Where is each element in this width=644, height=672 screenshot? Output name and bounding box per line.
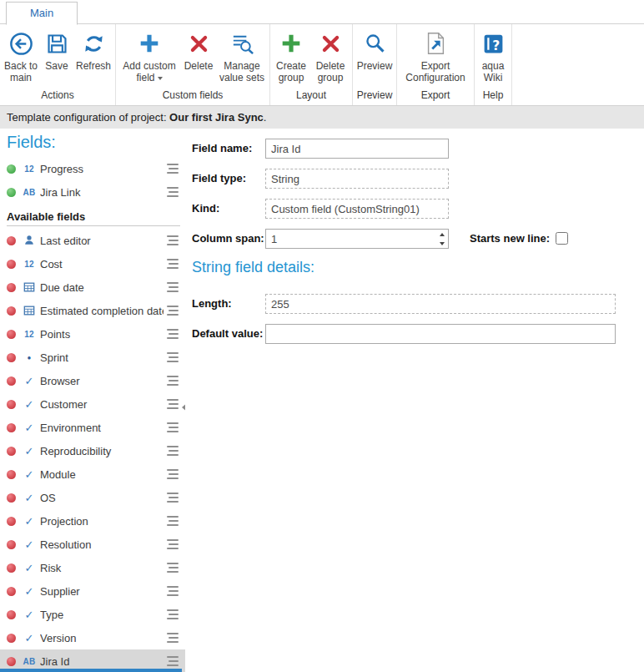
back-to-main-button[interactable]: Back to main [2, 26, 40, 83]
button-label: Add custom field [118, 60, 181, 83]
sidebar-item-resolution[interactable]: ✓ Resolution [0, 533, 185, 556]
ribbon-group-help: ? aqua Wiki Help [475, 24, 512, 105]
drag-handle-icon[interactable] [167, 493, 179, 503]
refresh-icon [79, 28, 108, 58]
sidebar-title: Fields: [0, 129, 185, 157]
check-icon: ✓ [22, 609, 37, 621]
sidebar-bottom-accent [0, 669, 182, 672]
ribbon-group-custom-fields: Add custom field Delete Manage value set… [116, 24, 270, 105]
spinner-down-button[interactable] [435, 239, 448, 248]
drag-handle-icon[interactable] [167, 376, 179, 386]
wiki-question-icon: ? [479, 28, 507, 58]
kind-input[interactable] [265, 199, 449, 219]
drag-handle-icon[interactable] [167, 516, 179, 526]
length-input[interactable] [265, 294, 616, 314]
sidebar-item-progress[interactable]: 12 Progress [0, 157, 185, 180]
drag-handle-icon[interactable] [167, 609, 179, 619]
field-label: Points [40, 328, 164, 341]
status-dot-icon [7, 353, 16, 362]
sidebar-item-os[interactable]: ✓ OS [0, 486, 185, 509]
delete-x-icon [316, 28, 345, 58]
drag-handle-icon[interactable] [167, 164, 179, 174]
field-name-input[interactable] [265, 139, 449, 159]
magnifier-icon [360, 28, 389, 58]
check-icon: ✓ [22, 375, 37, 387]
sidebar-item-browser[interactable]: ✓ Browser [0, 369, 185, 392]
drag-handle-icon[interactable] [167, 563, 179, 573]
button-label: Delete group [310, 60, 350, 83]
create-group-button[interactable]: Create group [272, 26, 310, 83]
starts-new-line-checkbox[interactable] [556, 232, 568, 245]
status-dot-icon [7, 610, 16, 619]
ribbon-group-export: Export Configuration Export [397, 24, 475, 105]
sidebar-item-module[interactable]: ✓ Module [0, 462, 185, 486]
export-configuration-button[interactable]: Export Configuration [399, 26, 472, 83]
field-label: Resolution [40, 538, 164, 551]
drag-handle-icon[interactable] [167, 469, 179, 479]
active-fields-list: 12 Progress AB Jira Link [0, 157, 185, 204]
status-dot-icon [7, 376, 16, 386]
aqua-wiki-button[interactable]: ? aqua Wiki [476, 26, 510, 83]
sidebar-item-customer[interactable]: ✓ Customer [0, 392, 185, 416]
field-label: Sprint [40, 351, 164, 364]
field-label: Customer [40, 398, 164, 411]
drag-handle-icon[interactable] [167, 187, 179, 197]
button-label: Create group [272, 60, 310, 83]
drag-handle-icon[interactable] [167, 539, 179, 549]
sidebar-item-type[interactable]: ✓ Type [0, 603, 185, 626]
svg-text:?: ? [492, 38, 500, 53]
manage-value-sets-button[interactable]: Manage value sets [216, 26, 268, 83]
drag-handle-icon[interactable] [167, 422, 179, 432]
button-label: aqua Wiki [476, 60, 510, 83]
preview-button[interactable]: Preview [355, 26, 395, 83]
add-custom-field-button[interactable]: Add custom field [118, 26, 181, 83]
drag-handle-icon[interactable] [167, 352, 179, 362]
drag-handle-icon[interactable] [167, 399, 179, 409]
add-plus-icon [135, 28, 164, 58]
check-icon: ✓ [22, 515, 37, 528]
sidebar-item-supplier[interactable]: ✓ Supplier [0, 579, 185, 603]
drag-handle-icon[interactable] [167, 329, 179, 339]
spinner-up-button[interactable] [435, 230, 448, 239]
check-icon: ✓ [22, 585, 37, 598]
save-button[interactable]: Save [40, 26, 73, 83]
sidebar-item-projection[interactable]: ✓ Projection [0, 509, 185, 533]
sidebar-item-version[interactable]: ✓ Version [0, 626, 185, 649]
drag-handle-icon[interactable] [167, 633, 179, 643]
delete-x-icon [184, 28, 213, 58]
button-label: Save [45, 60, 68, 83]
sidebar-item-due-date[interactable]: Due date [0, 275, 185, 299]
field-type-input[interactable] [265, 169, 449, 189]
sidebar-item-cost[interactable]: 12 Cost [0, 252, 185, 275]
sidebar-item-last-editor[interactable]: Last editor [0, 229, 185, 252]
drag-handle-icon[interactable] [167, 656, 179, 666]
tab-main[interactable]: Main [6, 2, 78, 25]
sidebar-item-risk[interactable]: ✓ Risk [0, 556, 185, 579]
drag-handle-icon[interactable] [167, 235, 179, 245]
sidebar-item-estimated-completion-date[interactable]: Estimated completion date [0, 299, 185, 322]
check-icon: ✓ [22, 632, 37, 644]
drag-handle-icon[interactable] [167, 586, 179, 596]
sidebar-item-points[interactable]: 12 Points [0, 322, 185, 346]
column-span-input[interactable] [266, 230, 435, 248]
create-plus-icon [277, 28, 305, 58]
ribbon-group-label: Custom fields [118, 88, 268, 105]
field-label: OS [40, 492, 164, 504]
refresh-button[interactable]: Refresh [73, 26, 113, 83]
drag-handle-icon[interactable] [167, 259, 179, 269]
drag-handle-icon[interactable] [167, 282, 179, 292]
drag-handle-icon[interactable] [167, 446, 179, 456]
sidebar-item-environment[interactable]: ✓ Environment [0, 416, 185, 439]
sidebar-item-reproducibility[interactable]: ✓ Reproducibility [0, 439, 185, 462]
delete-field-button[interactable]: Delete [181, 26, 216, 83]
status-dot-icon [7, 563, 16, 573]
sidebar-item-sprint[interactable]: ● Sprint [0, 346, 185, 369]
sidebar-item-jira-link[interactable]: AB Jira Link [0, 180, 185, 204]
numeric-icon: 12 [22, 164, 37, 174]
delete-group-button[interactable]: Delete group [310, 26, 350, 83]
save-icon [43, 28, 71, 58]
back-icon [7, 28, 35, 58]
available-fields-list: Last editor 12 Cost Due date Estimated c… [0, 229, 185, 672]
drag-handle-icon[interactable] [167, 306, 179, 316]
default-value-input[interactable] [265, 324, 616, 344]
